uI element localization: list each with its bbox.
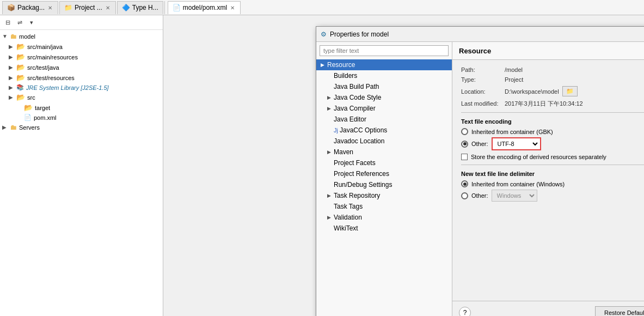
- filter-input[interactable]: [320, 45, 449, 56]
- tree-item-src-main-java[interactable]: ▶ 📂 src/main/java: [0, 41, 163, 52]
- project-explorer-panel: ⊟ ⇌ ▾ ▼ 🖿 model ▶ 📂 src/main/java ▶ 📂 sr…: [0, 15, 163, 316]
- project-explorer-icon: 📁: [64, 4, 72, 11]
- inherited-line-radio[interactable]: [461, 180, 468, 187]
- content-area: ⚙ Properties for model ─ □ ✕ ▶: [163, 15, 644, 316]
- other-line-radio-label: Other:: [471, 192, 488, 199]
- src-main-java-icon: 📂: [16, 42, 25, 51]
- nav-javacc-label: JavaCC Options: [340, 126, 387, 134]
- collapse-all-button[interactable]: ⊟: [2, 17, 13, 28]
- line-delimiter-select[interactable]: Windows Unix Mac OS X: [493, 191, 536, 200]
- main-area: ⊟ ⇌ ▾ ▼ 🖿 model ▶ 📂 src/main/java ▶ 📂 sr…: [0, 15, 644, 316]
- location-label: Location:: [461, 88, 505, 95]
- tree-label-src-test-java: src/test/java: [27, 64, 59, 71]
- nav-item-java-build-path[interactable]: Java Build Path: [316, 81, 452, 92]
- other-encoding-row: Other: UTF-8 UTF-16 GBK ISO-8859-1: [461, 137, 644, 150]
- src-icon: 📂: [16, 93, 25, 101]
- tab-pom-xml[interactable]: 📄 model/pom.xml ✕: [168, 1, 241, 14]
- nav-item-java-compiler[interactable]: ▶ Java Compiler: [316, 103, 452, 114]
- encoding-select-wrapper: UTF-8 UTF-16 GBK ISO-8859-1: [492, 137, 541, 150]
- expand-arrow-servers: ▶: [2, 124, 10, 130]
- explorer-toolbar: ⊟ ⇌ ▾: [0, 15, 163, 30]
- line-delimiter-section-title: New text file line delimiter: [461, 171, 644, 177]
- tree-label-model: model: [19, 33, 35, 40]
- nav-run-debug-label: Run/Debug Settings: [334, 181, 392, 189]
- line-select-wrapper: Windows Unix Mac OS X: [492, 190, 537, 202]
- nav-item-run-debug[interactable]: Run/Debug Settings: [316, 179, 452, 190]
- pom-file-icon: 📄: [24, 114, 32, 121]
- tab-project-explorer[interactable]: 📁 Project ... ✕: [59, 1, 116, 14]
- nav-item-resource[interactable]: ▶ Resource: [316, 59, 452, 70]
- tree-item-pom-xml[interactable]: 📄 pom.xml: [0, 113, 163, 122]
- restore-defaults-button[interactable]: Restore Defaults: [595, 306, 644, 316]
- footer-left: ?: [459, 307, 592, 316]
- dialog-title-text: Properties for model: [330, 31, 644, 38]
- type-label: Type:: [461, 76, 505, 83]
- tab-package-explorer[interactable]: 📦 Packag... ✕: [2, 1, 58, 14]
- tree-label-jre-lib: JRE System Library [J2SE-1.5]: [26, 84, 109, 91]
- tab-proj-close[interactable]: ✕: [105, 5, 111, 11]
- tree-item-jre-lib[interactable]: ▶ 📚 JRE System Library [J2SE-1.5]: [0, 83, 163, 92]
- nav-item-project-facets[interactable]: Project Facets: [316, 157, 452, 168]
- nav-item-builders[interactable]: Builders: [316, 70, 452, 81]
- tree-label-pom-xml: pom.xml: [34, 114, 57, 121]
- nav-maven-arrow: ▶: [327, 149, 334, 155]
- nav-item-java-code-style[interactable]: ▶ Java Code Style: [316, 92, 452, 103]
- tree-item-target[interactable]: 📂 target: [0, 102, 163, 113]
- nav-java-code-style-label: Java Code Style: [334, 94, 381, 101]
- location-browse-button[interactable]: 📁: [562, 86, 578, 96]
- servers-icon: 🖿: [10, 123, 17, 131]
- nav-maven-label: Maven: [334, 148, 353, 156]
- project-folder-icon: 🖿: [10, 32, 17, 40]
- location-value: D:\workspace\model: [505, 88, 559, 95]
- nav-task-repo-arrow: ▶: [327, 193, 334, 198]
- nav-javadoc-label: Javadoc Location: [334, 137, 384, 145]
- inherited-line-label: Inherited from container (Windows): [471, 181, 565, 187]
- tree-item-model[interactable]: ▼ 🖿 model: [0, 31, 163, 41]
- nav-item-task-tags[interactable]: Task Tags: [316, 201, 452, 212]
- link-editor-button[interactable]: ⇌: [14, 17, 25, 28]
- tab-pkg-close[interactable]: ✕: [47, 5, 53, 11]
- tree-item-src-main-resources[interactable]: ▶ 📂 src/main/resources: [0, 52, 163, 62]
- text-encoding-section-title: Text file encoding: [461, 118, 644, 125]
- inherited-line-radio-row: Inherited from container (Windows): [461, 180, 644, 187]
- other-line-radio[interactable]: [461, 192, 468, 199]
- help-button[interactable]: ?: [459, 307, 471, 316]
- expand-arrow-src-main-java: ▶: [9, 44, 16, 50]
- tab-pom-label: model/pom.xml: [183, 4, 227, 11]
- dialog-title-icon: ⚙: [321, 31, 327, 38]
- tree-item-src[interactable]: ▶ 📂 src: [0, 92, 163, 102]
- nav-item-javadoc-location[interactable]: Javadoc Location: [316, 136, 452, 147]
- nav-item-javacc-options[interactable]: Jj JavaCC Options: [316, 125, 452, 136]
- tree-item-src-test-resources[interactable]: ▶ 📂 src/test/resources: [0, 72, 163, 83]
- nav-project-facets-label: Project Facets: [334, 159, 376, 167]
- separator-1: [461, 112, 644, 113]
- encoding-select[interactable]: UTF-8 UTF-16 GBK ISO-8859-1: [493, 139, 539, 149]
- nav-task-tags-label: Task Tags: [334, 203, 363, 210]
- nav-item-maven[interactable]: ▶ Maven: [316, 147, 452, 157]
- nav-item-validation[interactable]: ▶ Validation: [316, 212, 452, 223]
- expand-arrow-src: ▶: [9, 94, 16, 100]
- dialog-body: ▶ Resource Builders Java Build Path: [316, 42, 644, 316]
- other-encoding-radio[interactable]: [461, 141, 468, 148]
- nav-item-project-references[interactable]: Project References: [316, 168, 452, 179]
- nav-project-references-label: Project References: [334, 170, 389, 178]
- tree-item-servers[interactable]: ▶ 🖿 Servers: [0, 122, 163, 132]
- tree-label-servers: Servers: [19, 124, 40, 131]
- store-encoding-checkbox-row: Store the encoding of derived resources …: [461, 154, 644, 160]
- store-encoding-checkbox[interactable]: [461, 154, 468, 160]
- view-menu-button[interactable]: ▾: [26, 17, 37, 28]
- tree-item-src-test-java[interactable]: ▶ 📂 src/test/java: [0, 62, 163, 72]
- inherited-encoding-radio[interactable]: [461, 128, 468, 135]
- nav-tree: ▶ Resource Builders Java Build Path: [316, 59, 452, 316]
- nav-item-java-editor[interactable]: Java Editor: [316, 114, 452, 125]
- nav-item-wikitext[interactable]: WikiText: [316, 223, 452, 234]
- nav-java-compiler-arrow: ▶: [327, 106, 334, 111]
- nav-item-task-repository[interactable]: ▶ Task Repository: [316, 190, 452, 201]
- properties-dialog: ⚙ Properties for model ─ □ ✕ ▶: [316, 26, 644, 316]
- nav-validation-arrow: ▶: [327, 215, 334, 220]
- expand-arrow-src-test-java: ▶: [9, 64, 16, 70]
- tab-pom-close[interactable]: ✕: [229, 5, 236, 11]
- tab-type-hierarchy[interactable]: 🔷 Type H...: [117, 1, 163, 14]
- nav-resource-arrow: ▶: [321, 62, 327, 68]
- tree-label-src-main-resources: src/main/resources: [27, 54, 78, 60]
